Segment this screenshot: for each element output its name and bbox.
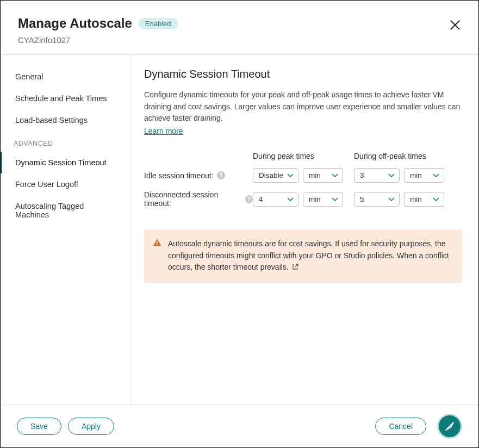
chevron-down-icon — [332, 171, 338, 179]
close-icon — [449, 19, 461, 31]
navigate-icon — [444, 420, 456, 432]
chevron-down-icon — [388, 171, 395, 179]
svg-rect-3 — [157, 244, 158, 245]
save-button[interactable]: Save — [17, 418, 61, 435]
learn-more-link[interactable]: Learn more — [144, 127, 183, 135]
manage-autoscale-dialog: Manage Autoscale Enabled CYAZinfo1027 Ge… — [0, 0, 479, 448]
idle-peak-value-select[interactable]: Disable — [253, 168, 298, 183]
chevron-down-icon — [332, 195, 338, 203]
close-button[interactable] — [449, 19, 462, 32]
sidebar-item-autoscaling-tagged-machines[interactable]: Autoscaling Tagged Machines — [1, 195, 130, 226]
row-label-idle: Idle session timeout: — [144, 171, 214, 180]
section-title: Dynamic Session Timeout — [144, 68, 462, 80]
status-badge: Enabled — [139, 18, 178, 29]
dialog-footer: Save Apply Cancel — [1, 405, 478, 447]
svg-rect-2 — [157, 241, 158, 244]
dialog-subtitle: CYAZinfo1027 — [18, 35, 461, 45]
sidebar-item-dynamic-session-timeout[interactable]: Dynamic Session Timeout — [1, 152, 130, 173]
chevron-down-icon — [287, 171, 294, 179]
chevron-down-icon — [433, 171, 439, 179]
chevron-down-icon — [287, 195, 294, 203]
warning-alert: Autoscale dynamic timeouts are for cost … — [144, 229, 462, 283]
disconnected-peak-value-select[interactable]: 4 — [253, 192, 298, 207]
idle-offpeak-value-select[interactable]: 3 — [354, 168, 400, 183]
timeout-grid: During peak times During off-peak times … — [144, 152, 462, 208]
help-icon[interactable]: ? — [245, 195, 253, 203]
disconnected-offpeak-value-select[interactable]: 5 — [354, 192, 400, 207]
help-fab-button[interactable] — [437, 414, 462, 439]
alert-text: Autoscale dynamic timeouts are for cost … — [168, 239, 449, 271]
disconnected-offpeak-unit-select[interactable]: min — [404, 192, 444, 207]
sidebar-item-schedule-peak-times[interactable]: Schedule and Peak Times — [1, 88, 130, 109]
sidebar-heading-advanced: ADVANCED — [1, 131, 130, 152]
warning-icon — [153, 238, 161, 251]
sidebar: General Schedule and Peak Times Load-bas… — [1, 55, 131, 405]
row-disconnected-session-timeout: Disconnected session timeout: ? 4 min — [144, 190, 462, 208]
cancel-button[interactable]: Cancel — [375, 418, 426, 435]
chevron-down-icon — [388, 195, 395, 203]
column-header-peak: During peak times — [253, 152, 354, 160]
sidebar-item-force-user-logoff[interactable]: Force User Logoff — [1, 173, 130, 195]
row-label-disconnected: Disconnected session timeout: — [144, 190, 242, 208]
column-header-offpeak: During off-peak times — [354, 152, 455, 160]
dialog-header: Manage Autoscale Enabled CYAZinfo1027 — [1, 1, 478, 54]
dialog-title: Manage Autoscale — [18, 16, 132, 31]
dialog-body: General Schedule and Peak Times Load-bas… — [1, 54, 478, 405]
apply-button[interactable]: Apply — [68, 418, 114, 435]
sidebar-item-load-based-settings[interactable]: Load-based Settings — [1, 109, 130, 131]
idle-peak-unit-select[interactable]: min — [303, 168, 343, 183]
row-idle-session-timeout: Idle session timeout: ? Disable min — [144, 168, 462, 183]
chevron-down-icon — [433, 195, 439, 203]
disconnected-peak-unit-select[interactable]: min — [303, 192, 343, 207]
idle-offpeak-unit-select[interactable]: min — [404, 168, 444, 183]
help-icon[interactable]: ? — [217, 171, 225, 179]
external-link-icon[interactable] — [292, 262, 299, 274]
sidebar-item-general[interactable]: General — [1, 66, 130, 88]
content-pane: Dynamic Session Timeout Configure dynami… — [131, 55, 478, 405]
section-description: Configure dynamic timeouts for your peak… — [144, 89, 462, 125]
